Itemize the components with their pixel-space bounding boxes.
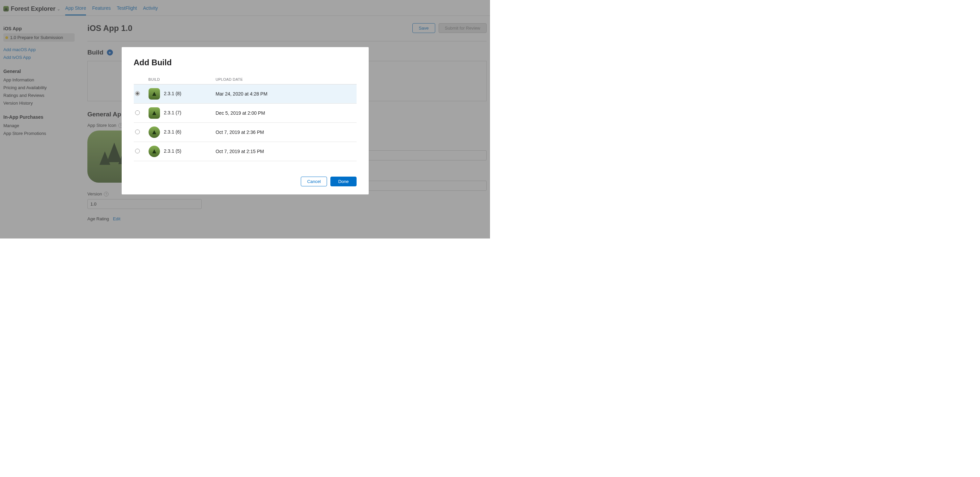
build-version: 2.3.1 (5) — [164, 148, 181, 154]
build-row[interactable]: 2.3.1 (6)Oct 7, 2019 at 2:36 PM — [134, 123, 356, 142]
build-upload-date: Dec 5, 2019 at 2:00 PM — [215, 104, 356, 123]
build-app-icon — [148, 107, 160, 119]
build-upload-date: Oct 7, 2019 at 2:36 PM — [215, 123, 356, 142]
modal-overlay[interactable]: Add Build BUILD UPLOAD DATE 2.3.1 (8)Mar… — [0, 0, 490, 238]
build-version: 2.3.1 (8) — [164, 91, 181, 96]
build-row[interactable]: 2.3.1 (7)Dec 5, 2019 at 2:00 PM — [134, 104, 356, 123]
build-app-icon — [148, 146, 160, 157]
radio-icon[interactable] — [135, 149, 140, 153]
build-upload-date: Mar 24, 2020 at 4:28 PM — [215, 85, 356, 104]
col-date-header: UPLOAD DATE — [215, 75, 356, 85]
col-build-header: BUILD — [147, 75, 215, 85]
build-app-icon — [148, 88, 160, 100]
build-row[interactable]: 2.3.1 (8)Mar 24, 2020 at 4:28 PM — [134, 85, 356, 104]
build-app-icon — [148, 126, 160, 138]
done-button[interactable]: Done — [330, 177, 356, 187]
radio-icon[interactable] — [135, 91, 140, 96]
build-upload-date: Oct 7, 2019 at 2:15 PM — [215, 142, 356, 161]
modal-title: Add Build — [134, 58, 356, 67]
build-version: 2.3.1 (7) — [164, 110, 181, 115]
radio-icon[interactable] — [135, 110, 140, 115]
cancel-button[interactable]: Cancel — [301, 177, 327, 187]
build-row[interactable]: 2.3.1 (5)Oct 7, 2019 at 2:15 PM — [134, 142, 356, 161]
add-build-modal: Add Build BUILD UPLOAD DATE 2.3.1 (8)Mar… — [122, 47, 369, 195]
build-version: 2.3.1 (6) — [164, 129, 181, 134]
radio-icon[interactable] — [135, 129, 140, 134]
build-table: BUILD UPLOAD DATE 2.3.1 (8)Mar 24, 2020 … — [134, 75, 356, 161]
